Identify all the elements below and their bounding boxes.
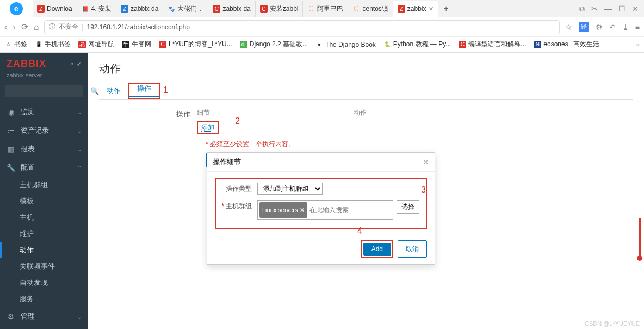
security-label: 不安全 bbox=[59, 22, 78, 32]
section-icon: ◉ bbox=[7, 108, 15, 116]
minimize-button[interactable]: — bbox=[604, 4, 612, 14]
sidebar-sub-3-4[interactable]: 动作 bbox=[0, 242, 88, 258]
bookmark-label: eosones | 高效生活 bbox=[543, 40, 599, 49]
bookmark-item-0[interactable]: ☆书签 bbox=[4, 40, 27, 49]
bookmark-item-4[interactable]: CL*YUE的博客_L*YU... bbox=[159, 40, 232, 49]
tab-label: zabbix da bbox=[131, 5, 158, 13]
bookmark-more-icon[interactable]: » bbox=[636, 41, 640, 48]
browser-tab-1[interactable]: 📕4. 安装 bbox=[77, 1, 116, 17]
new-tab-button[interactable]: + bbox=[438, 4, 454, 14]
tab-action[interactable]: 动作 bbox=[99, 83, 128, 99]
bookmark-item-8[interactable]: C编译型语言和解释... bbox=[459, 40, 526, 49]
tab-close-icon[interactable]: ✕ bbox=[429, 5, 434, 13]
bookmark-item-9[interactable]: Neosones | 高效生活 bbox=[534, 40, 599, 49]
sidebar-section-1[interactable]: ≔资产记录⌄ bbox=[0, 121, 88, 140]
translate-icon[interactable]: 译 bbox=[579, 22, 589, 32]
bookmark-item-6[interactable]: ●The Django Book bbox=[315, 41, 376, 48]
close-window-button[interactable]: ✕ bbox=[632, 4, 639, 14]
browser-tab-0[interactable]: ZDownloa bbox=[33, 1, 77, 17]
sidebar-section-4[interactable]: ⚙管理⌄ bbox=[0, 307, 88, 326]
add-operation-link[interactable]: 添加 bbox=[201, 123, 214, 132]
bookmark-item-1[interactable]: 📱手机书签 bbox=[35, 40, 71, 49]
browser-tab-2[interactable]: Zzabbix da bbox=[116, 1, 163, 17]
modal-close-button[interactable]: ✕ bbox=[423, 158, 429, 166]
forward-button[interactable]: › bbox=[13, 22, 15, 32]
bookmark-icon: C bbox=[459, 41, 466, 48]
collapse-icon[interactable]: « bbox=[70, 60, 73, 67]
modal-add-button[interactable]: Add bbox=[363, 243, 391, 256]
modal-title: 操作细节 bbox=[213, 157, 241, 167]
screenshot-icon[interactable]: ✂ bbox=[591, 4, 598, 14]
window-controls: ⧉ ✂ — ☐ ✕ bbox=[579, 4, 644, 14]
tab-favicon: Z bbox=[398, 5, 405, 13]
settings-icon[interactable]: ⚙ bbox=[596, 23, 603, 32]
security-icon: ⓘ bbox=[49, 22, 55, 32]
chevron-icon: ⌄ bbox=[77, 109, 82, 115]
undo-icon[interactable]: ↶ bbox=[609, 23, 616, 32]
bookmark-label: Django 2.2 基础教... bbox=[250, 40, 308, 49]
sidebar-header: ZABBIX « ⤢ bbox=[0, 53, 88, 72]
sidebar-sub-3-6[interactable]: 自动发现 bbox=[0, 275, 88, 291]
section-label: 监测 bbox=[21, 107, 35, 117]
bookmark-item-7[interactable]: 🐍Python 教程 — Py... bbox=[383, 40, 451, 49]
browser-tab-3[interactable]: 🐾大佬们， bbox=[163, 1, 208, 17]
address-bar[interactable]: ⓘ 不安全 | 192.168.1.21/zabbix/actionconf.p… bbox=[44, 20, 560, 34]
tab-favicon: Z bbox=[37, 5, 45, 13]
tab-label: centos镜 bbox=[362, 4, 388, 14]
bookmark-icon: C bbox=[159, 41, 166, 48]
tab-favicon: C bbox=[260, 5, 268, 13]
annotation-2: 2 bbox=[235, 116, 240, 126]
tab-favicon: 🐾 bbox=[168, 5, 175, 13]
sidebar-search[interactable]: 🔍 bbox=[5, 85, 83, 97]
sidebar-section-2[interactable]: ▥报表⌄ bbox=[0, 140, 88, 158]
op-type-select[interactable]: 添加到主机群组 bbox=[257, 183, 323, 195]
modal-cancel-button[interactable]: 取消 bbox=[398, 240, 427, 258]
maximize-button[interactable]: ☐ bbox=[618, 4, 626, 14]
thermometer-icon bbox=[637, 218, 642, 261]
browser-tab-6[interactable]: 〔〕阿里巴巴 bbox=[303, 1, 348, 17]
sidebar-section-3[interactable]: 🔧配置⌃ bbox=[0, 158, 88, 177]
bookmark-icon: N bbox=[534, 41, 541, 48]
bookmark-item-3[interactable]: 牛牛客网 bbox=[122, 40, 151, 49]
browser-logo[interactable]: e bbox=[0, 0, 33, 17]
hostgroup-search-input[interactable] bbox=[309, 202, 391, 218]
bookmark-item-5[interactable]: djDjango 2.2 基础教... bbox=[240, 40, 308, 49]
home-button[interactable]: ⌂ bbox=[34, 22, 39, 32]
pin-icon[interactable]: ⧉ bbox=[579, 4, 585, 14]
star-icon[interactable]: ☆ bbox=[565, 23, 572, 32]
bookmark-label: Python 教程 — Py... bbox=[393, 40, 451, 49]
browser-tab-4[interactable]: Czabbix da bbox=[208, 1, 255, 17]
sidebar-section-0[interactable]: ◉监测⌄ bbox=[0, 103, 88, 121]
sidebar-sub-3-2[interactable]: 主机 bbox=[0, 209, 88, 226]
section-label: 报表 bbox=[21, 144, 35, 154]
annotation-3: 3 bbox=[421, 185, 426, 195]
section-label: 资产记录 bbox=[21, 126, 49, 135]
tab-favicon: C bbox=[213, 5, 220, 13]
hostgroup-field[interactable]: Linux servers ✕ bbox=[257, 200, 393, 220]
browser-tab-5[interactable]: C安装zabbi bbox=[256, 1, 304, 17]
download-icon[interactable]: ⤓ bbox=[622, 23, 629, 32]
browser-tab-8[interactable]: Zzabbix✕ bbox=[393, 1, 438, 17]
bookmark-label: 手机书签 bbox=[45, 40, 71, 49]
tab-operation[interactable]: 操作 bbox=[129, 81, 159, 97]
bookmark-item-2[interactable]: 易网址导航 bbox=[78, 40, 114, 49]
sidebar-sub-3-1[interactable]: 模板 bbox=[0, 193, 88, 209]
expand-icon[interactable]: ⤢ bbox=[77, 60, 82, 67]
tab-label: zabbix da bbox=[222, 5, 250, 13]
sidebar-sub-3-3[interactable]: 维护 bbox=[0, 226, 88, 242]
menu-icon[interactable]: ≡ bbox=[635, 23, 640, 32]
op-type-label: 操作类型 bbox=[219, 183, 257, 194]
chevron-icon: ⌄ bbox=[77, 128, 82, 134]
remove-tag-icon[interactable]: ✕ bbox=[300, 207, 305, 214]
back-button[interactable]: ‹ bbox=[4, 22, 7, 32]
sidebar-sub-3-7[interactable]: 服务 bbox=[0, 291, 88, 307]
zabbix-logo[interactable]: ZABBIX bbox=[7, 58, 46, 70]
section-icon: 🔧 bbox=[7, 164, 15, 172]
select-hostgroup-button[interactable]: 选择 bbox=[397, 200, 419, 214]
search-input[interactable] bbox=[9, 88, 90, 95]
browser-tab-7[interactable]: 〔〕centos镜 bbox=[348, 1, 393, 17]
sidebar-sub-3-0[interactable]: 主机群组 bbox=[0, 177, 88, 193]
sidebar-sub-3-5[interactable]: 关联项事件 bbox=[0, 258, 88, 275]
reload-button[interactable]: ⟳ bbox=[21, 22, 28, 32]
section-icon: ▥ bbox=[7, 145, 15, 153]
